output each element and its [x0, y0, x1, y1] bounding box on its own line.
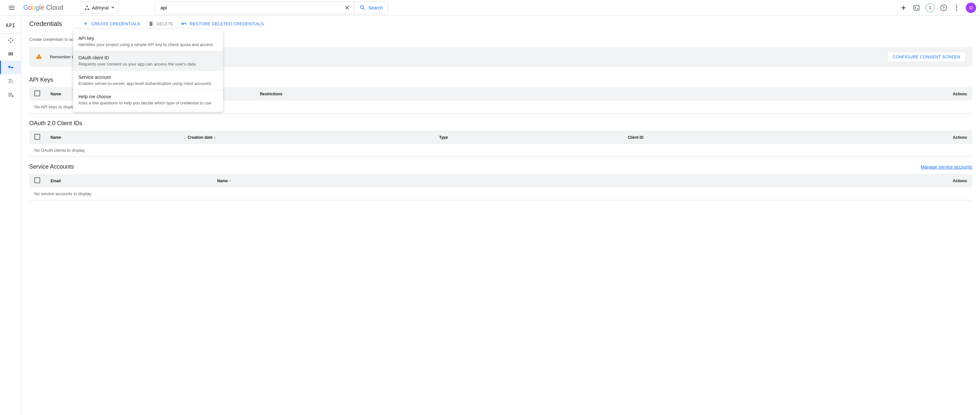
search-icon [360, 5, 366, 11]
cloud-shell-button[interactable] [913, 4, 920, 12]
svg-point-2 [12, 95, 13, 97]
dropdown-item-help-choose[interactable]: Help me choose Asks a few questions to h… [73, 90, 223, 109]
section-title-oauth: OAuth 2.0 Client IDs [29, 120, 972, 127]
create-credentials-dropdown: API key Identifies your project using a … [73, 29, 223, 112]
col-actions: Actions [726, 87, 972, 101]
col-actions: Actions [811, 131, 972, 144]
terminal-icon [913, 4, 920, 11]
col-name[interactable]: Name [45, 131, 183, 144]
arrow-down-icon: ↓ [214, 135, 216, 140]
delete-label: DELETE [156, 21, 173, 26]
help-icon [940, 4, 947, 11]
cloud-label: Cloud [46, 4, 63, 11]
dropdown-item-service-account[interactable]: Service account Enables server-to-server… [73, 71, 223, 90]
svg-rect-0 [914, 5, 920, 10]
main-content: Credentials CREATE CREDENTIALS DELETE RE… [21, 16, 980, 415]
empty-row: No OAuth clients to display [29, 144, 972, 157]
gcp-logo[interactable]: Google Cloud [23, 4, 63, 11]
select-all-checkbox[interactable] [34, 177, 40, 183]
apis-icon [8, 37, 14, 43]
page-title: Credentials [29, 20, 62, 27]
delete-button[interactable]: DELETE [148, 21, 173, 27]
oauth-table: Name Creation date↓ Type Client ID Actio… [29, 131, 972, 157]
search-label: Search [369, 5, 383, 10]
gemini-button[interactable] [900, 4, 907, 12]
sidebar-item-enabled-apis[interactable] [0, 34, 21, 47]
search-button[interactable]: Search [354, 2, 388, 14]
manage-service-accounts-link[interactable]: Manage service accounts [921, 164, 972, 169]
create-label: CREATE CREDENTIALS [91, 21, 140, 26]
more-button[interactable] [953, 4, 961, 12]
key-icon [8, 64, 14, 71]
hamburger-icon [9, 6, 14, 10]
sparkle-icon [900, 4, 907, 11]
project-icon [84, 5, 89, 10]
configure-consent-button[interactable]: CONFIGURE CONSENT SCREEN [887, 51, 966, 62]
sidebar-section-api: API [0, 18, 21, 34]
main-menu-button[interactable] [4, 0, 19, 16]
google-wordmark: Google [23, 4, 45, 11]
dd-title: API key [78, 36, 218, 41]
col-email[interactable]: Email [45, 174, 212, 187]
header-actions: 1 D [900, 3, 976, 13]
dd-desc: Asks a few questions to help you decide … [78, 101, 218, 105]
dd-title: OAuth client ID [78, 55, 218, 60]
avatar-letter: D [969, 5, 972, 10]
col-client-id[interactable]: Client ID [622, 131, 811, 144]
col-creation[interactable]: Creation date↓ [183, 131, 434, 144]
sidebar: API [0, 16, 21, 415]
dd-title: Help me choose [78, 94, 218, 99]
col-type[interactable]: Type [434, 131, 622, 144]
sidebar-item-page-usage[interactable] [0, 88, 21, 102]
consent-icon [8, 78, 14, 84]
service-accounts-table: Email Name↑ Actions No service accounts … [29, 174, 972, 200]
select-all-checkbox[interactable] [34, 91, 40, 96]
section-title-service: Service Accounts [29, 163, 74, 170]
create-credentials-button[interactable]: CREATE CREDENTIALS [83, 21, 140, 27]
dropdown-item-api-key[interactable]: API key Identifies your project using a … [73, 32, 223, 51]
empty-row: No service accounts to display [29, 187, 972, 200]
badge-count: 1 [929, 5, 931, 10]
search-bar: ✕ Search [155, 1, 388, 14]
trash-icon [148, 21, 154, 27]
restore-button[interactable]: RESTORE DELETED CREDENTIALS [181, 21, 264, 27]
dd-title: Service account [78, 75, 218, 80]
project-name: Admyral [92, 5, 108, 10]
dropdown-item-oauth-client[interactable]: OAuth client ID Requests user consent so… [73, 51, 223, 71]
library-icon [8, 51, 14, 57]
restore-label: RESTORE DELETED CREDENTIALS [189, 21, 264, 26]
kebab-icon [956, 5, 957, 11]
search-input[interactable] [155, 2, 341, 14]
top-header: Google Cloud Admyral ✕ Search 1 [0, 0, 980, 16]
dd-desc: Requests user consent so your app can ac… [78, 62, 218, 67]
plus-icon [83, 21, 89, 27]
arrow-up-icon: ↑ [229, 179, 231, 183]
select-all-checkbox[interactable] [34, 134, 40, 140]
col-actions: Actions [406, 174, 972, 187]
sidebar-item-library[interactable] [0, 47, 21, 61]
settings-list-icon [8, 91, 14, 98]
undo-icon [181, 21, 187, 27]
clear-search-button[interactable]: ✕ [341, 1, 354, 14]
col-name[interactable]: Name↑ [212, 174, 406, 187]
sidebar-item-oauth-consent[interactable] [0, 74, 21, 88]
dd-desc: Identifies your project using a simple A… [78, 42, 218, 47]
close-icon: ✕ [345, 4, 350, 12]
warning-icon [36, 53, 42, 61]
project-picker[interactable]: Admyral [80, 2, 119, 14]
notifications-badge[interactable]: 1 [926, 3, 935, 12]
account-avatar[interactable]: D [966, 3, 976, 13]
help-button[interactable] [940, 4, 948, 12]
dd-desc: Enables server-to-server, app-level auth… [78, 81, 218, 86]
sidebar-item-credentials[interactable] [0, 61, 21, 74]
chevron-down-icon [111, 7, 115, 8]
col-restrictions[interactable]: Restrictions [255, 87, 726, 101]
